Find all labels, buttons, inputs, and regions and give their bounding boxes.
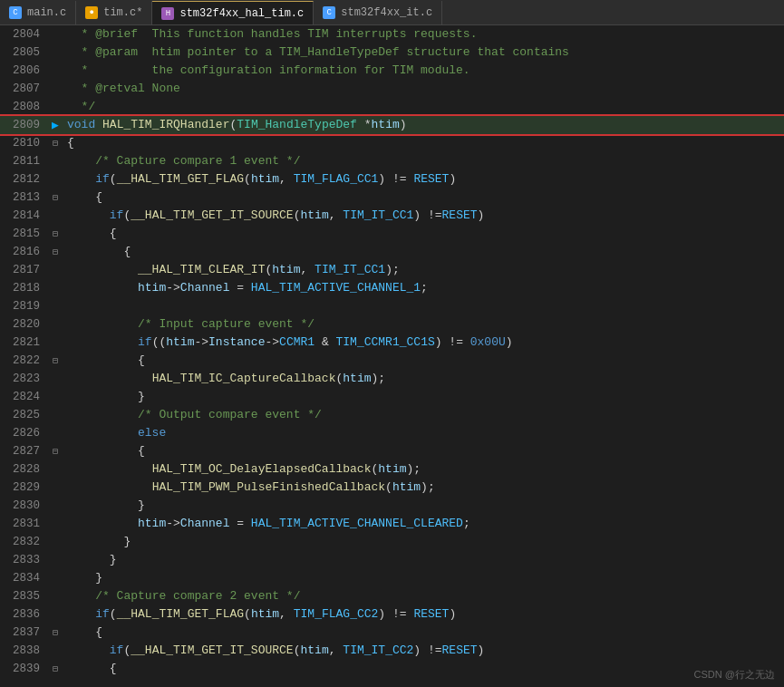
line-num-2808: 2808: [0, 101, 47, 113]
line-num-2813: 2813: [0, 191, 47, 204]
line-content-2805: * @param htim pointer to a TIM_HandleTyp…: [63, 44, 784, 62]
code-scroll[interactable]: 2804 * @brief This function handles TIM …: [0, 25, 784, 687]
tab-icon-tim-c: ●: [85, 6, 98, 19]
line-num-2805: 2805: [0, 46, 47, 59]
line-row-2806: 2806 * the configuration information for…: [0, 62, 784, 80]
line-num-2822: 2822: [0, 354, 47, 367]
line-row-2816: 2816 ⊟ {: [0, 243, 784, 261]
fold-2822[interactable]: ⊟: [53, 355, 58, 366]
watermark: CSDN @行之无边: [694, 668, 775, 682]
line-num-2823: 2823: [0, 373, 47, 385]
line-content-2831: htim->Channel = HAL_TIM_ACTIVE_CHANNEL_C…: [63, 515, 784, 533]
line-num-2814: 2814: [0, 209, 47, 222]
line-row-2805: 2805 * @param htim pointer to a TIM_Hand…: [0, 44, 784, 62]
tab-icon-stm32-hal-tim: H: [161, 7, 174, 20]
line-num-2810: 2810: [0, 137, 47, 150]
line-row-2823: 2823 HAL_TIM_IC_CaptureCallback(htim);: [0, 370, 784, 388]
line-gutter-2809: ▶: [47, 118, 63, 132]
line-content-2825: /* Output compare event */: [63, 406, 784, 424]
line-num-2809: 2809: [0, 119, 47, 131]
line-num-2831: 2831: [0, 518, 47, 530]
tab-label-tim-c: tim.c*: [103, 6, 142, 19]
line-num-2833: 2833: [0, 554, 47, 566]
tab-stm32f4xx-hal-tim[interactable]: H stm32f4xx_hal_tim.c: [152, 1, 314, 24]
line-content-2819: [63, 297, 784, 315]
line-num-2816: 2816: [0, 246, 47, 258]
line-content-2807: * @retval None: [63, 80, 784, 98]
line-content-2813: {: [63, 189, 784, 207]
line-gutter-2822: ⊟: [47, 355, 63, 366]
line-num-2817: 2817: [0, 264, 47, 276]
line-content-2829: HAL_TIM_PWM_PulseFinishedCallback(htim);: [63, 479, 784, 497]
line-gutter-2813: ⊟: [47, 192, 63, 203]
tab-label-stm32-hal-tim: stm32f4xx_hal_tim.c: [179, 7, 304, 20]
line-content-2809: void HAL_TIM_IRQHandler(TIM_HandleTypeDe…: [63, 116, 784, 134]
line-num-2824: 2824: [0, 391, 47, 403]
line-content-2832: }: [63, 533, 784, 551]
line-row-2839: 2839 ⊟ {: [0, 660, 784, 678]
line-row-2809: 2809 ▶ void HAL_TIM_IRQHandler(TIM_Handl…: [0, 116, 784, 134]
line-content-2818: htim->Channel = HAL_TIM_ACTIVE_CHANNEL_1…: [63, 279, 784, 297]
line-num-2826: 2826: [0, 427, 47, 440]
line-content-2821: if((htim->Instance->CCMR1 & TIM_CCMR1_CC…: [63, 334, 784, 352]
line-num-2819: 2819: [0, 300, 47, 313]
line-num-2838: 2838: [0, 644, 47, 657]
line-row-2819: 2819: [0, 297, 784, 315]
line-row-2822: 2822 ⊟ {: [0, 352, 784, 370]
line-row-2808: 2808 */: [0, 98, 784, 116]
tab-stm32f4xx-it[interactable]: C stm32f4xx_it.c: [314, 1, 442, 24]
tab-label-main-c: main.c: [27, 6, 66, 19]
line-row-2825: 2825 /* Output compare event */: [0, 406, 784, 424]
line-num-2830: 2830: [0, 499, 47, 512]
line-num-2811: 2811: [0, 155, 47, 168]
fold-2813[interactable]: ⊟: [53, 192, 58, 203]
line-content-2837: {: [63, 624, 784, 642]
line-gutter-2827: ⊟: [47, 446, 63, 457]
line-content-2834: }: [63, 569, 784, 587]
tab-icon-stm32-it: C: [323, 6, 335, 19]
tab-tim-c[interactable]: ● tim.c*: [76, 1, 152, 24]
line-row-2826: 2826 else: [0, 424, 784, 442]
line-num-2806: 2806: [0, 64, 47, 77]
line-row-2824: 2824 }: [0, 388, 784, 406]
line-row-2804: 2804 * @brief This function handles TIM …: [0, 25, 784, 44]
line-num-2837: 2837: [0, 626, 47, 639]
line-gutter-2816: ⊟: [47, 247, 63, 257]
line-content-2828: HAL_TIM_OC_DelayElapsedCallback(htim);: [63, 460, 784, 479]
line-row-2828: 2828 HAL_TIM_OC_DelayElapsedCallback(hti…: [0, 460, 784, 479]
line-gutter-2837: ⊟: [47, 627, 63, 638]
line-row-2832: 2832 }: [0, 533, 784, 551]
tab-main-c[interactable]: C main.c: [0, 1, 76, 24]
line-content-2823: HAL_TIM_IC_CaptureCallback(htim);: [63, 370, 784, 388]
line-content-2827: {: [63, 442, 784, 460]
line-content-2836: if(__HAL_TIM_GET_FLAG(htim, TIM_FLAG_CC2…: [63, 605, 784, 624]
line-row-2829: 2829 HAL_TIM_PWM_PulseFinishedCallback(h…: [0, 479, 784, 497]
line-gutter-2839: ⊟: [47, 663, 63, 674]
line-content-2817: __HAL_TIM_CLEAR_IT(htim, TIM_IT_CC1);: [63, 261, 784, 279]
line-content-2811: /* Capture compare 1 event */: [63, 152, 784, 170]
line-num-2835: 2835: [0, 590, 47, 603]
line-row-2815: 2815 ⊟ {: [0, 225, 784, 243]
line-content-2839: {: [63, 660, 784, 678]
tab-label-stm32-it: stm32f4xx_it.c: [341, 6, 432, 19]
line-row-2812: 2812 if(__HAL_TIM_GET_FLAG(htim, TIM_FLA…: [0, 170, 784, 189]
line-row-2817: 2817 __HAL_TIM_CLEAR_IT(htim, TIM_IT_CC1…: [0, 261, 784, 279]
line-content-2804: * @brief This function handles TIM inter…: [63, 25, 784, 44]
fold-2839[interactable]: ⊟: [53, 663, 58, 674]
line-row-2811: 2811 /* Capture compare 1 event */: [0, 152, 784, 170]
fold-2837[interactable]: ⊟: [53, 627, 58, 638]
fold-2816[interactable]: ⊟: [53, 247, 58, 257]
line-content-2810: {: [63, 134, 784, 152]
line-gutter-2810: ⊟: [47, 138, 63, 149]
fold-2810[interactable]: ⊟: [53, 138, 58, 149]
line-num-2827: 2827: [0, 445, 47, 458]
line-content-2815: {: [63, 225, 784, 243]
breakpoint-arrow-2809: ▶: [52, 118, 59, 132]
line-content-2820: /* Input capture event */: [63, 315, 784, 334]
line-row-2818: 2818 htim->Channel = HAL_TIM_ACTIVE_CHAN…: [0, 279, 784, 297]
line-num-2828: 2828: [0, 463, 47, 476]
fold-2827[interactable]: ⊟: [53, 446, 58, 457]
fold-2815[interactable]: ⊟: [53, 228, 58, 239]
line-num-2829: 2829: [0, 481, 47, 494]
line-num-2825: 2825: [0, 409, 47, 421]
